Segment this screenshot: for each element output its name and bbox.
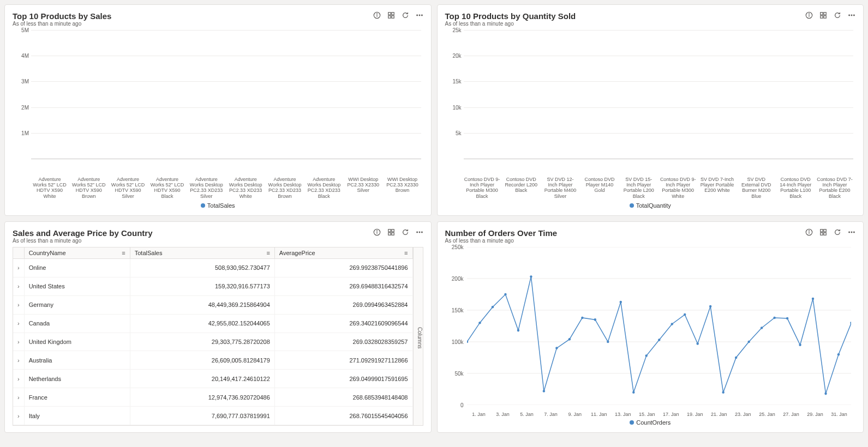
x-tick: 31. Jan [827, 412, 851, 417]
table-row[interactable]: › Italy 7,690,777.037819991 268.76015545… [13, 407, 412, 425]
line-point[interactable] [607, 341, 609, 343]
cell-avg: 269.04999017591695 [274, 370, 412, 388]
line-point[interactable] [555, 347, 558, 349]
svg-point-18 [851, 15, 852, 16]
refresh-icon[interactable] [834, 228, 841, 238]
x-label: Adventure Works 52" LCD HDTV X590 Brown [70, 177, 107, 199]
info-icon[interactable] [805, 11, 813, 21]
card-actions [373, 11, 423, 21]
svg-rect-26 [391, 233, 393, 235]
expand-icon[interactable]: › [13, 388, 24, 407]
table-row[interactable]: › United Kingdom 29,303,775.28720208 269… [13, 333, 412, 351]
refresh-icon[interactable] [834, 11, 841, 21]
line-point[interactable] [581, 317, 583, 319]
svg-rect-15 [821, 16, 823, 18]
svg-rect-36 [824, 233, 826, 235]
grid-icon[interactable] [387, 228, 395, 238]
more-icon[interactable] [848, 11, 855, 21]
x-tick: 9. Jan [563, 412, 587, 417]
expand-icon[interactable]: › [13, 407, 24, 425]
grid-icon[interactable] [387, 11, 395, 21]
line-point[interactable] [594, 318, 596, 321]
line-point[interactable] [568, 338, 570, 341]
refresh-icon[interactable] [402, 11, 409, 21]
line-point[interactable] [542, 390, 544, 392]
column-menu-icon[interactable]: ≡ [122, 250, 125, 256]
line-point[interactable] [684, 313, 686, 316]
col-sales[interactable]: TotalSales≡ [130, 247, 274, 259]
table-row[interactable]: › Germany 48,449,369.215864904 269.09949… [13, 295, 412, 314]
card-actions [805, 11, 855, 21]
col-country[interactable]: CountryName≡ [24, 247, 130, 259]
x-label: Adventure Works 52" LCD HDTV X590 White [31, 177, 68, 199]
line-point[interactable] [478, 322, 481, 324]
grid-icon[interactable] [819, 11, 827, 21]
line-point[interactable] [824, 392, 827, 395]
line-point[interactable] [773, 317, 775, 319]
table-row[interactable]: › Canada 42,955,802.152044065 269.340216… [13, 314, 412, 333]
line-point[interactable] [837, 353, 839, 356]
line-point[interactable] [671, 323, 673, 325]
cell-sales: 7,690,777.037819991 [130, 407, 274, 425]
line-point[interactable] [760, 327, 762, 329]
line-point[interactable] [645, 354, 647, 357]
x-tick: 21. Jan [707, 412, 731, 417]
more-icon[interactable] [416, 228, 423, 238]
info-icon[interactable] [805, 228, 813, 238]
info-icon[interactable] [373, 11, 381, 21]
expand-icon[interactable]: › [13, 370, 24, 388]
line-point[interactable] [709, 305, 711, 308]
table-row[interactable]: › United States 159,320,916.577173 269.6… [13, 277, 412, 295]
line-point[interactable] [696, 342, 698, 345]
x-tick: 5. Jan [515, 412, 539, 417]
table-row[interactable]: › France 12,974,736.920720486 268.685394… [13, 388, 412, 407]
y-tick: 25k [452, 27, 461, 33]
expand-icon[interactable]: › [13, 314, 24, 333]
line-point[interactable] [504, 293, 506, 296]
x-label: Contoso DVD 9-Inch Player Portable M300 … [660, 177, 697, 199]
svg-point-2 [376, 14, 377, 14]
more-icon[interactable] [416, 11, 423, 21]
line-point[interactable] [747, 341, 750, 343]
expand-icon[interactable]: › [13, 351, 24, 370]
y-tick: 1M [21, 130, 29, 136]
line-point[interactable] [850, 322, 851, 324]
line-point[interactable] [491, 306, 493, 309]
table-row[interactable]: › Australia 26,609,005.81284179 271.0929… [13, 351, 412, 370]
x-tick: 25. Jan [755, 412, 779, 417]
line-point[interactable] [734, 357, 737, 359]
line-point[interactable] [722, 391, 724, 394]
cell-sales: 48,449,369.215864904 [130, 295, 274, 314]
columns-tab[interactable]: Columns [413, 247, 423, 425]
line-point[interactable] [786, 317, 788, 320]
cell-country: United Kingdom [24, 333, 130, 351]
line-point[interactable] [658, 339, 660, 341]
line-point[interactable] [799, 344, 801, 347]
grid-icon[interactable] [819, 228, 827, 238]
col-avg[interactable]: AveragePrice≡ [274, 247, 412, 259]
column-menu-icon[interactable]: ≡ [266, 250, 270, 256]
table-row[interactable]: › Online 508,930,952.730477 269.99238750… [13, 259, 412, 277]
column-menu-icon[interactable]: ≡ [404, 250, 408, 256]
x-label: SV DVD 12-Inch Player Portable M400 Silv… [542, 177, 579, 199]
table-row[interactable]: › Netherlands 20,149,417.24610122 269.04… [13, 370, 412, 388]
info-icon[interactable] [373, 228, 381, 238]
line-point[interactable] [811, 298, 813, 300]
line-point[interactable] [517, 329, 519, 332]
more-icon[interactable] [848, 228, 855, 238]
refresh-icon[interactable] [402, 228, 409, 238]
expand-icon[interactable]: › [13, 259, 24, 277]
cell-country: United States [24, 277, 130, 295]
bar-chart-sales: 5M4M3M2M1M Adventure Works 52" LCD HDTV … [13, 30, 423, 209]
line-point[interactable] [530, 275, 532, 278]
data-table: CountryName≡ TotalSales≡ AveragePrice≡ ›… [13, 247, 423, 426]
line-point[interactable] [632, 391, 634, 394]
line-point[interactable] [619, 301, 621, 304]
expand-icon[interactable]: › [13, 333, 24, 351]
y-tick: 0 [460, 402, 464, 408]
y-tick: 10k [452, 104, 461, 110]
expand-icon[interactable]: › [13, 277, 24, 295]
card-orders-line: Number of Orders Over Time As of less th… [437, 221, 864, 433]
svg-rect-16 [824, 16, 826, 18]
expand-icon[interactable]: › [13, 295, 24, 314]
